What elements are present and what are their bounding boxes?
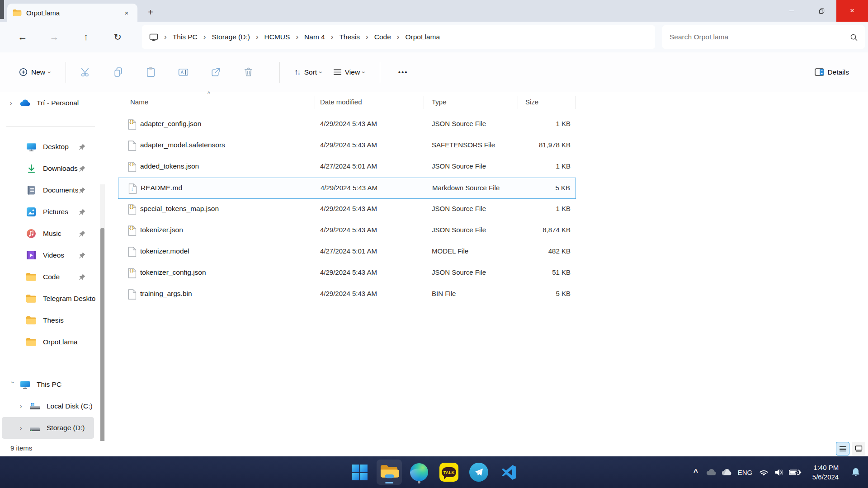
sidebar-item-label: Music [43,230,61,238]
sidebar-item-documents[interactable]: Documents [0,179,99,201]
new-button[interactable]: New › [14,61,57,83]
details-pane-button[interactable]: Details [809,61,854,83]
sidebar-item-music[interactable]: Music [0,223,99,244]
breadcrumb-code[interactable]: Code [374,33,391,41]
clock-and-date[interactable]: 1:40 PM 5/6/2024 [807,463,844,482]
close-button[interactable]: × [836,0,868,22]
column-header-type[interactable]: Type [432,98,447,106]
column-divider[interactable] [576,96,576,109]
input-language-indicator[interactable]: ENG [734,469,756,476]
file-row-readme-selected[interactable]: ↓ README.md 4/29/2024 5:43 AM Markdown S… [118,178,576,199]
sort-button[interactable]: ↑↓ Sort › [289,61,328,83]
pin-icon [79,230,86,237]
search-box[interactable] [662,25,865,49]
file-row-tokenizer-config[interactable]: {} tokenizer_config.json 4/29/2024 5:43 … [118,263,576,284]
cut-button[interactable] [75,61,97,83]
back-button[interactable]: ← [13,27,33,47]
sidebar-item-desktop[interactable]: Desktop [0,136,99,158]
breadcrumb-storage-d[interactable]: Storage (D:) [212,33,250,41]
breadcrumb-chevron[interactable]: › [290,33,304,42]
sidebar-item-downloads[interactable]: Downloads [0,158,99,179]
pin-icon [79,187,86,194]
breadcrumb-chevron[interactable]: › [250,33,264,42]
sidebar-item-thesis[interactable]: Thesis [0,310,99,331]
file-row-added-tokens[interactable]: {} added_tokens.json 4/27/2024 5:01 AM J… [118,156,576,178]
paste-button[interactable] [140,61,162,83]
breadcrumb-nam-4[interactable]: Nam 4 [304,33,325,41]
pin-icon [79,273,86,281]
tab-close-icon[interactable]: × [121,7,132,18]
volume-icon[interactable] [771,468,787,477]
sidebar-item-telegram-desktop[interactable]: Telegram Deskto [0,288,99,310]
file-row-tokenizer-model[interactable]: tokenizer.model 4/27/2024 5:01 AM MODEL … [118,241,576,263]
rename-button[interactable] [173,61,194,83]
column-header-name[interactable]: Name [130,98,148,106]
toolbar-divider [279,62,280,83]
breadcrumb-this-pc[interactable]: This PC [173,33,198,41]
minimize-button[interactable]: ─ [777,0,807,22]
edge-taskbar-icon[interactable] [406,460,432,485]
breadcrumb-orpollama[interactable]: OrpoLlama [405,33,440,41]
vscode-taskbar-icon[interactable] [496,460,521,485]
share-button[interactable] [205,61,227,83]
column-divider[interactable] [518,96,518,109]
show-hidden-icons-button[interactable]: ^ [688,468,703,477]
battery-charging-icon[interactable] [787,469,804,476]
notifications-bell-icon[interactable] [848,467,863,477]
column-divider[interactable] [424,96,424,109]
sidebar-item-storage-d[interactable]: › Storage (D:) [2,417,94,439]
explorer-tab[interactable]: OrpoLlama × [7,4,137,22]
breadcrumb-thesis[interactable]: Thesis [339,33,360,41]
file-row-tokenizer-json[interactable]: {} tokenizer.json 4/29/2024 5:43 AM JSON… [118,220,576,241]
wifi-icon[interactable] [756,469,771,476]
chevron-right-icon[interactable]: › [20,403,29,410]
view-button[interactable]: View › [328,61,371,83]
breadcrumb-chevron[interactable]: › [360,33,374,42]
onedrive-tray-icon[interactable] [719,469,734,476]
restore-button[interactable] [807,0,836,22]
telegram-taskbar-icon[interactable] [466,460,491,485]
file-size: 8,874 KB [507,226,571,234]
large-icons-view-toggle[interactable] [852,442,865,455]
column-header-date[interactable]: Date modified [320,98,362,106]
start-button[interactable] [347,460,372,485]
sidebar-item-videos[interactable]: Videos [0,244,99,266]
sidebar-item-label: Code [43,273,60,281]
sidebar-item-code[interactable]: Code [0,266,99,288]
breadcrumb-chevron[interactable]: › [391,33,406,42]
sidebar-item-local-disk-c[interactable]: › Local Disk (C:) [0,395,99,417]
file-type: BIN File [432,290,456,297]
forward-button[interactable]: → [44,27,64,47]
breadcrumb-chevron[interactable]: › [325,33,340,42]
new-tab-button[interactable]: + [144,5,157,19]
up-button[interactable]: ↑ [76,27,96,47]
column-header-size[interactable]: Size [525,98,538,106]
copy-button[interactable] [108,61,129,83]
file-row-adapter-model[interactable]: adapter_model.safetensors 4/29/2024 5:43… [118,135,576,156]
file-explorer-taskbar-icon[interactable] [377,460,402,485]
sidebar-item-pictures[interactable]: Pictures [0,201,99,223]
column-divider[interactable] [315,96,315,109]
chevron-right-icon[interactable]: › [20,424,29,432]
file-row-training-args[interactable]: training_args.bin 4/29/2024 5:43 AM BIN … [118,284,576,305]
refresh-button[interactable]: ↻ [108,27,127,47]
sidebar-item-orpollama[interactable]: OrpoLlama [0,331,99,353]
file-row-special-tokens-map[interactable]: {} special_tokens_map.json 4/29/2024 5:4… [118,199,576,220]
chevron-right-icon[interactable]: › [10,99,19,107]
breadcrumb-chevron[interactable]: › [158,33,173,42]
chevron-down-icon[interactable]: › [9,381,17,388]
details-view-toggle[interactable] [836,442,849,455]
address-bar[interactable]: › This PC › Storage (D:) › HCMUS › Nam 4… [142,25,655,49]
cloud-sync-icon[interactable] [703,469,719,476]
search-input[interactable] [670,33,850,41]
more-options-button[interactable]: ••• [392,61,415,83]
breadcrumb-hcmus[interactable]: HCMUS [264,33,290,41]
delete-button[interactable] [238,61,259,83]
sidebar-item-onedrive[interactable]: › Trí - Personal [0,92,99,114]
sidebar-item-this-pc[interactable]: › This PC [0,374,99,395]
sort-arrows-icon: ↑↓ [294,67,301,77]
file-row-adapter-config[interactable]: {} adapter_config.json 4/29/2024 5:43 AM… [118,114,576,135]
file-type: MODEL File [432,247,468,255]
kakaotalk-taskbar-icon[interactable]: TALK [436,460,462,485]
breadcrumb-chevron[interactable]: › [198,33,212,42]
